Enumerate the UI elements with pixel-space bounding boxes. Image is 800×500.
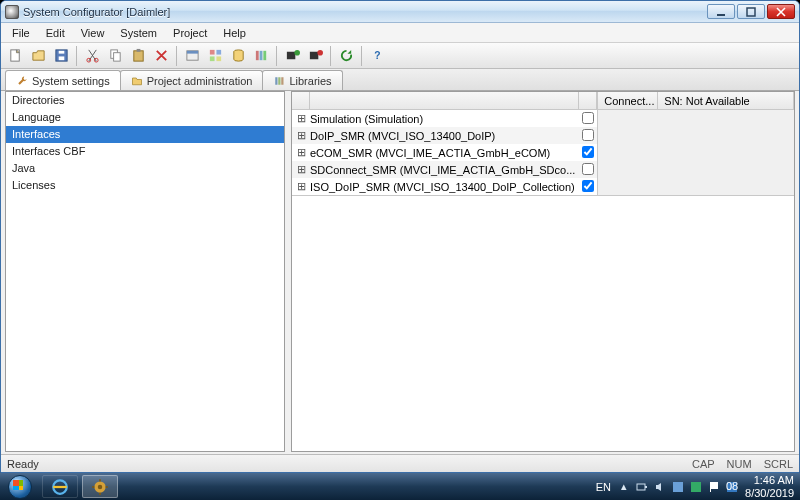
maximize-button[interactable] (737, 4, 765, 19)
interface-checkbox[interactable] (582, 180, 594, 192)
task-configurator[interactable] (82, 475, 118, 498)
tool-delete-icon[interactable] (150, 45, 172, 67)
tray-app2-icon[interactable] (689, 480, 703, 494)
tray-date: 8/30/2019 (745, 487, 794, 499)
toolbar-separator (176, 46, 177, 66)
menu-project[interactable]: Project (166, 25, 214, 41)
taskbar: EN ▴ 08 1:46 AM 8/30/2019 (0, 473, 800, 500)
tray-clock[interactable]: 1:46 AM 8/30/2019 (745, 474, 794, 498)
interface-checkbox[interactable] (582, 129, 594, 141)
window-title: System Configurator [Daimler] (23, 6, 707, 18)
minimize-button[interactable] (707, 4, 735, 19)
tool-cut-icon[interactable] (81, 45, 103, 67)
status-num: NUM (727, 458, 752, 470)
statusbar: Ready CAP NUM SCRL (1, 454, 799, 472)
tool-copy-icon[interactable] (104, 45, 126, 67)
nav-item[interactable]: Interfaces CBF (6, 143, 284, 160)
tray-lang[interactable]: EN (596, 481, 611, 493)
close-button[interactable] (767, 4, 795, 19)
menu-file[interactable]: File (5, 25, 37, 41)
interface-checkbox[interactable] (582, 112, 594, 124)
col-connect: Connect... (598, 92, 658, 109)
tray-power-icon[interactable] (635, 480, 649, 494)
menu-edit[interactable]: Edit (39, 25, 72, 41)
tool-grid-icon[interactable] (204, 45, 226, 67)
tool-open-icon[interactable] (27, 45, 49, 67)
tool-help-icon[interactable]: ? (366, 45, 388, 67)
interface-name: eCOM_SMR (MVCI_IME_ACTIA_GmbH_eCOM) (310, 147, 579, 159)
status-cap: CAP (692, 458, 715, 470)
svg-point-6 (86, 58, 90, 62)
interface-row[interactable]: ⊞eCOM_SMR (MVCI_IME_ACTIA_GmbH_eCOM) (292, 144, 597, 161)
windows-logo-icon (8, 475, 32, 499)
menu-help[interactable]: Help (216, 25, 253, 41)
svg-rect-17 (216, 56, 221, 61)
app-icon (5, 5, 19, 19)
tool-db-icon[interactable] (227, 45, 249, 67)
task-ie[interactable] (42, 475, 78, 498)
tool-config-icon[interactable] (181, 45, 203, 67)
interface-row[interactable]: ⊞SDConnect_SMR (MVCI_IME_ACTIA_GmbH_SDco… (292, 161, 597, 178)
interface-checkbox[interactable] (582, 146, 594, 158)
nav-item[interactable]: Directories (6, 92, 284, 109)
toolbar-separator (330, 46, 331, 66)
svg-point-25 (317, 50, 323, 56)
system-tray: EN ▴ 08 1:46 AM 8/30/2019 (596, 474, 798, 498)
svg-rect-11 (136, 49, 140, 52)
tray-app3-icon[interactable]: 08 (725, 480, 739, 494)
expand-icon[interactable]: ⊞ (292, 180, 310, 193)
interface-name: DoIP_SMR (MVCI_ISO_13400_DoIP) (310, 130, 579, 142)
tab-system-settings[interactable]: System settings (5, 70, 121, 90)
tool-interface-off-icon[interactable] (304, 45, 326, 67)
toolbar: ? (1, 43, 799, 69)
tool-paste-icon[interactable] (127, 45, 149, 67)
expand-icon[interactable]: ⊞ (292, 163, 310, 176)
menu-system[interactable]: System (113, 25, 164, 41)
tab-project-admin[interactable]: Project administration (120, 70, 264, 90)
tray-flag-icon[interactable] (707, 480, 721, 494)
tool-save-icon[interactable] (50, 45, 72, 67)
expand-icon[interactable]: ⊞ (292, 146, 310, 159)
svg-rect-29 (282, 77, 284, 85)
svg-rect-40 (691, 482, 701, 492)
tool-libs-icon[interactable] (250, 45, 272, 67)
start-button[interactable] (2, 473, 38, 500)
nav-item[interactable]: Licenses (6, 177, 284, 194)
tool-refresh-icon[interactable] (335, 45, 357, 67)
svg-rect-1 (747, 8, 755, 16)
interface-row[interactable]: ⊞Simulation (Simulation) (292, 110, 597, 127)
interface-row[interactable]: ⊞ISO_DoIP_SMR (MVCI_ISO_13400_DoIP_Colle… (292, 178, 597, 195)
expand-icon[interactable]: ⊞ (292, 112, 310, 125)
nav-item[interactable]: Java (6, 160, 284, 177)
interface-checkbox[interactable] (582, 163, 594, 175)
titlebar: System Configurator [Daimler] (1, 1, 799, 23)
nav-item[interactable]: Interfaces (6, 126, 284, 143)
tool-new-icon[interactable] (4, 45, 26, 67)
tray-chevron-icon[interactable]: ▴ (617, 480, 631, 494)
folder-icon (131, 75, 143, 87)
svg-rect-42 (710, 482, 711, 492)
tab-label: Project administration (147, 75, 253, 87)
svg-rect-22 (286, 52, 294, 60)
svg-rect-20 (259, 51, 262, 60)
nav-item[interactable]: Language (6, 109, 284, 126)
svg-rect-10 (133, 51, 142, 61)
svg-rect-4 (58, 56, 64, 60)
interface-row[interactable]: ⊞DoIP_SMR (MVCI_ISO_13400_DoIP) (292, 127, 597, 144)
svg-rect-5 (58, 51, 64, 54)
menu-view[interactable]: View (74, 25, 112, 41)
tray-volume-icon[interactable] (653, 480, 667, 494)
tray-time: 1:46 AM (745, 474, 794, 486)
svg-rect-28 (279, 77, 281, 85)
tab-libraries[interactable]: Libraries (262, 70, 342, 90)
tray-app1-icon[interactable] (671, 480, 685, 494)
svg-point-23 (294, 50, 300, 56)
toolbar-separator (76, 46, 77, 66)
svg-rect-21 (263, 51, 266, 60)
expand-icon[interactable]: ⊞ (292, 129, 310, 142)
status-text: Ready (7, 458, 39, 470)
interface-name: ISO_DoIP_SMR (MVCI_ISO_13400_DoIP_Collec… (310, 181, 579, 193)
svg-rect-24 (309, 52, 317, 60)
tool-interface-on-icon[interactable] (281, 45, 303, 67)
app-window: System Configurator [Daimler] File Edit … (0, 0, 800, 473)
